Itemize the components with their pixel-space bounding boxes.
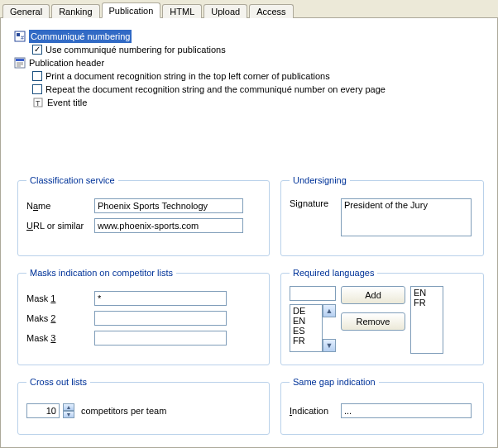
numbering-icon: # <box>14 31 26 42</box>
scroll-up-button[interactable]: ▲ <box>323 304 336 317</box>
checkbox-repeat-recognition[interactable] <box>32 84 42 94</box>
label-mask2: Maks 2 <box>26 313 94 323</box>
group-legend: Masks indication on competitor lists <box>26 268 176 278</box>
list-item[interactable]: ES <box>291 326 321 336</box>
tree-label: Publication header <box>29 56 104 69</box>
tree-label: Repeat the document recognition string a… <box>45 83 385 96</box>
tree-node-repeat-recognition[interactable]: Repeat the document recognition string a… <box>14 83 484 96</box>
input-competitors-per-team[interactable] <box>26 403 60 418</box>
publication-page: # Communiqué numbering ✓ Use communiqué … <box>0 18 498 448</box>
input-mask2[interactable] <box>94 311 227 326</box>
tree-node-event-title[interactable]: T Event title <box>14 96 484 109</box>
label-competitors-suffix: competitors per team <box>81 406 166 416</box>
input-classification-name[interactable] <box>94 198 243 213</box>
tree-label: Print a document recognition string in t… <box>45 69 330 83</box>
group-undersigning: Undersigning Signature President of the … <box>280 175 484 256</box>
tab-ranking[interactable]: Ranking <box>51 4 99 18</box>
tree-label: Event title <box>47 96 87 109</box>
label-url: URL or similar <box>26 221 94 231</box>
list-item[interactable]: DE <box>291 306 321 316</box>
tab-publication[interactable]: Publication <box>102 2 161 18</box>
spin-down[interactable]: ▼ <box>63 411 74 418</box>
list-item[interactable]: FR <box>412 298 442 307</box>
label-name: Name <box>26 201 94 211</box>
group-legend: Required languages <box>290 268 377 278</box>
tree-label: Communiqué numbering <box>29 30 132 43</box>
svg-text:#: # <box>21 35 24 41</box>
input-signature[interactable]: President of the Jury <box>341 198 472 236</box>
label-indication: Indication <box>290 406 341 416</box>
tree-node-publication-header[interactable]: Publication header <box>14 56 484 69</box>
spin-up[interactable]: ▲ <box>63 403 74 411</box>
list-item[interactable]: EN <box>412 288 442 298</box>
options-tree: # Communiqué numbering ✓ Use communiqué … <box>14 30 484 109</box>
tab-html[interactable]: HTML <box>162 4 202 18</box>
listbox-selected-languages[interactable]: EN FR <box>410 286 443 354</box>
tab-general[interactable]: General <box>2 4 50 18</box>
label-signature: Signature <box>290 198 341 208</box>
tree-node-print-recognition[interactable]: Print a document recognition string in t… <box>14 69 484 83</box>
tab-access[interactable]: Access <box>249 4 293 18</box>
event-title-icon: T <box>32 97 44 108</box>
tree-node-use-communique[interactable]: ✓ Use communiqué numbering for publicati… <box>14 43 484 56</box>
group-legend: Cross out lists <box>26 377 90 387</box>
svg-rect-1 <box>17 33 20 36</box>
list-item[interactable]: EN <box>291 316 321 326</box>
input-language-code[interactable] <box>290 286 336 301</box>
tree-label: Use communiqué numbering for publication… <box>45 43 226 56</box>
scroll-down-button[interactable]: ▼ <box>323 339 336 352</box>
checkbox-print-recognition[interactable] <box>32 71 42 81</box>
label-mask1: Mask 1 <box>26 293 94 303</box>
listbox-available-languages[interactable]: DE EN ES FR <box>290 304 323 352</box>
spinner-competitors[interactable]: ▲ ▼ <box>63 403 74 418</box>
input-mask1[interactable] <box>94 291 227 306</box>
input-classification-url[interactable] <box>94 218 243 233</box>
group-crossout: Cross out lists ▲ ▼ competitors per team <box>17 377 270 435</box>
group-legend: Undersigning <box>290 175 350 185</box>
svg-rect-4 <box>16 59 24 61</box>
group-masks: Masks indication on competitor lists Mas… <box>17 268 270 365</box>
list-item[interactable]: FR <box>291 336 321 346</box>
input-indication[interactable] <box>341 403 472 418</box>
tab-upload[interactable]: Upload <box>204 4 247 18</box>
remove-button[interactable]: Remove <box>341 312 405 331</box>
svg-text:T: T <box>36 99 41 107</box>
input-mask3[interactable] <box>94 331 227 346</box>
checkbox-use-communique[interactable]: ✓ <box>32 45 42 55</box>
header-icon <box>14 57 26 69</box>
add-button[interactable]: Add <box>341 286 405 304</box>
tree-node-communique-numbering[interactable]: # Communiqué numbering <box>14 30 484 43</box>
group-classification: Classification service Name URL or simil… <box>17 175 270 256</box>
label-mask3: Mask 3 <box>26 333 94 343</box>
group-languages: Required languages DE EN ES FR ▲ ▼ <box>280 268 484 365</box>
tab-strip: General Ranking Publication HTML Upload … <box>0 0 498 18</box>
group-samegap: Same gap indication Indication <box>280 377 484 435</box>
group-legend: Classification service <box>26 175 118 185</box>
group-legend: Same gap indication <box>290 377 379 387</box>
